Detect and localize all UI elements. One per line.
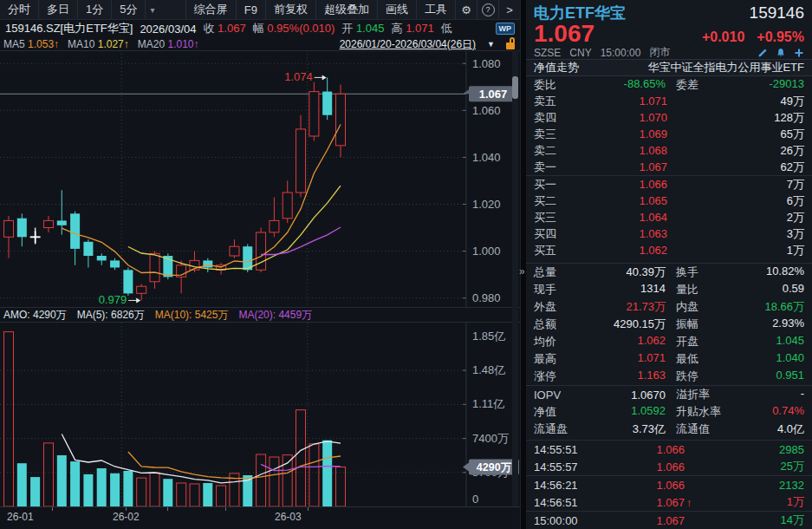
svg-text:4290万: 4290万 [477,461,512,473]
x-label-26-01: 26-01 [7,511,34,523]
x-tick [52,507,53,511]
stat-row-总量[interactable]: 总量40.39万换手10.82% [526,263,812,281]
menu-item-6[interactable]: 工具 [416,0,455,19]
trade-date: 2026/03/04 [140,23,196,36]
toolbar: 分时多日1分5分 ▾ 综合屏F9前复权超级叠加画线工具 ⚙ ? > [0,0,520,20]
stat-row-现手[interactable]: 现手1314量比0.59 [526,281,812,298]
svg-text:1.040: 1.040 [472,151,501,164]
expand-panel-icon[interactable]: » [519,265,525,278]
stat-row-净值[interactable]: 净值1.0592升贴水率0.74% [526,403,812,421]
ask-row-卖二[interactable]: 卖二1.06826万 [526,142,812,159]
tick-row-14:56:21[interactable]: 14:56:211.0662132 [526,476,812,493]
amo-MA20: MA(20): 4459万 [238,308,312,323]
svg-text:1.060: 1.060 [472,104,501,117]
help-icon[interactable]: ? [477,0,498,19]
last-price: 1.067 [534,22,594,46]
range-caret-icon[interactable]: ▼ [487,40,495,49]
currency: CNY [569,47,591,59]
toolbar-menu: 综合屏F9前复权超级叠加画线工具 ⚙ ? > [185,0,520,19]
svg-text:1.11亿: 1.11亿 [472,397,504,410]
field-收: 收 1.067 [203,21,245,36]
menu-item-3[interactable]: 前复权 [265,0,315,19]
stat-row-IOPV[interactable]: IOPV1.0670溢折率- [526,385,812,403]
tick-row-14:55:57[interactable]: 14:55:571.06625万 [526,458,812,476]
stat-row-外盘[interactable]: 外盘21.73万内盘18.66万 [526,298,812,316]
bid-row-买二[interactable]: 买二1.0656万 [526,193,812,209]
menu-item-4[interactable]: 超级叠加 [315,0,377,19]
change-percent: +0.95% [757,29,804,45]
tab-period-1[interactable]: 分时 [0,0,39,19]
tab-nav-trend[interactable]: 净值走势 [534,60,579,75]
stat-row-涨停[interactable]: 涨停1.163跌停0.951 [526,368,812,385]
period-tabs: 分时多日1分5分 [0,0,146,19]
field-开: 开 1.045 [341,21,384,36]
add-plus-icon[interactable] [794,48,804,58]
chart-scrollbar-thumb[interactable] [512,76,518,99]
x-tick [308,507,309,511]
field-高: 高 1.071 [392,21,434,36]
stat-row-最高[interactable]: 最高1.071最低1.040 [526,350,812,368]
amo-AMO: AMO: 4290万 [3,308,67,323]
svg-text:1.074: 1.074 [284,70,313,83]
chart-scrollbar-track[interactable] [512,50,518,506]
stat-row-委比[interactable]: 委比-88.65%委差-29013 [526,76,812,93]
exchange: SZSE [534,47,561,59]
symbol-name: 159146.SZ[电力ETF华宝] [5,21,133,36]
stat-row-流通盘[interactable]: 流通盘3.73亿流通值4.0亿 [526,421,812,438]
svg-text:0: 0 [472,493,478,506]
session-info: SZSE CNY 15:00:00 闭市 [526,46,812,59]
info-bar: 159146.SZ[电力ETF华宝] 2026/03/04 收 1.067幅 0… [0,19,520,38]
tick-row-14:55:51[interactable]: 14:55:511.0662985 [526,441,812,458]
bid-row-买三[interactable]: 买三1.0642万 [526,209,812,225]
tab-period-4[interactable]: 5分 [112,0,146,19]
x-label-26-03: 26-03 [275,511,302,523]
menu-item-1[interactable]: 综合屏 [185,0,236,19]
ask-row-卖五[interactable]: 卖五1.07149万 [526,93,812,109]
volume-indicator-bar: AMO: 4290万MA(5): 6826万MA(10): 5425万MA(20… [0,307,520,323]
ask-row-卖三[interactable]: 卖三1.06965万 [526,126,812,142]
trading-terminal: 分时多日1分5分 ▾ 综合屏F9前复权超级叠加画线工具 ⚙ ? > 159146… [0,0,812,529]
svg-text:1.080: 1.080 [472,57,501,70]
edit-pencil-icon[interactable] [757,48,768,58]
stat-row-均价[interactable]: 均价1.062开盘1.045 [526,333,812,350]
bid-row-买四[interactable]: 买四1.0633万 [526,225,812,242]
menu-item-2[interactable]: F9 [236,0,265,19]
order-imbalance-row: 委比-88.65%委差-29013 [526,76,812,93]
ask-row-卖一[interactable]: 卖一1.06762万 [526,159,812,175]
quote-time: 15:00:00 [601,47,641,59]
x-tick [225,507,226,511]
tick-list[interactable]: 14:55:511.066298514:55:571.06625万14:56:2… [526,440,812,529]
tab-period-2[interactable]: 多日 [39,0,78,19]
more-chevron-icon[interactable]: > [498,0,520,19]
bid-row-买一[interactable]: 买一1.0667万 [526,176,812,193]
chevron-down-icon[interactable]: ▾ [146,0,159,19]
ask-row-卖四[interactable]: 卖四1.070128万 [526,109,812,126]
tab-period-3[interactable]: 1分 [78,0,112,19]
ma-value-MA10: MA10 1.027↑ [68,38,129,50]
stats-grid: 总量40.39万换手10.82%现手1314量比0.59外盘21.73万内盘18… [526,263,812,438]
ask-queue: 卖五1.07149万卖四1.070128万卖三1.06965万卖二1.06826… [526,93,812,175]
panel-tab-row: 净值走势 华宝中证全指电力公用事业ETF [526,59,812,76]
x-tick [167,507,168,511]
date-range[interactable]: 2026/01/20-2026/03/04(26日) [340,37,476,52]
market-status: 闭市 [649,45,670,60]
alert-bell-icon[interactable] [776,48,786,58]
svg-text:7400万: 7400万 [472,432,509,445]
bid-row-买五[interactable]: 买五1.0621万 [526,242,812,258]
fund-code: 159146 [750,3,804,23]
amo-MA10: MA(10): 5425万 [155,308,229,323]
change-value: +0.010 [702,29,744,45]
stat-row-总额[interactable]: 总额4290.15万振幅2.93% [526,316,812,333]
volume-chart[interactable]: 1.85亿1.48亿1.11亿7400万3700万04290万 [0,323,520,506]
bid-queue: 买一1.0667万买二1.0656万买三1.0642万买四1.0633万买五1.… [526,175,812,258]
gear-icon[interactable]: ⚙ [455,0,477,19]
unlock-icon[interactable] [506,42,515,49]
wp-window-icon[interactable]: WP [496,23,516,35]
menu-item-5[interactable]: 画线 [377,0,416,19]
tick-row-14:56:51[interactable]: 14:56:511.067↑1万 [526,493,812,512]
svg-text:1.48亿: 1.48亿 [472,363,505,376]
svg-text:1.067: 1.067 [479,88,508,101]
x-tick [126,507,127,511]
tick-row-15:00:00[interactable]: 15:00:001.06714万 [526,512,812,529]
candlestick-chart[interactable]: 1.0801.0601.0401.0201.0000.9801.0740.979… [0,50,520,307]
